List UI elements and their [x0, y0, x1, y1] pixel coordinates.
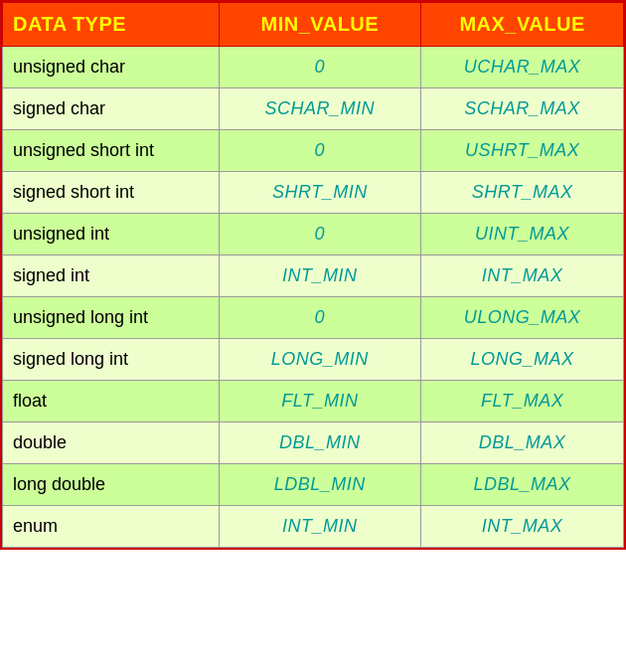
cell-min: DBL_MIN: [219, 422, 421, 464]
cell-max: INT_MAX: [421, 506, 624, 548]
table-row: floatFLT_MINFLT_MAX: [3, 381, 624, 422]
cell-type: unsigned char: [3, 47, 220, 88]
table-row: signed charSCHAR_MINSCHAR_MAX: [3, 88, 624, 130]
table-row: signed intINT_MININT_MAX: [3, 255, 624, 297]
cell-min: LONG_MIN: [219, 339, 421, 381]
cell-max: UCHAR_MAX: [421, 47, 624, 88]
table-row: long doubleLDBL_MINLDBL_MAX: [3, 464, 624, 506]
cell-type: signed short int: [3, 172, 220, 214]
table-row: enumINT_MININT_MAX: [3, 506, 624, 548]
cell-max: ULONG_MAX: [421, 297, 624, 339]
cell-min: SHRT_MIN: [219, 172, 421, 214]
cell-max: DBL_MAX: [421, 422, 624, 464]
cell-type: double: [3, 422, 220, 464]
cell-max: INT_MAX: [421, 255, 624, 297]
cell-min: INT_MIN: [219, 506, 421, 548]
cell-max: UINT_MAX: [421, 214, 624, 255]
col-header-min: MIN_VALUE: [219, 3, 421, 47]
cell-max: USHRT_MAX: [421, 130, 624, 172]
cell-min: LDBL_MIN: [219, 464, 421, 506]
cell-type: enum: [3, 506, 220, 548]
table-row: unsigned char0UCHAR_MAX: [3, 47, 624, 88]
table-row: signed long intLONG_MINLONG_MAX: [3, 339, 624, 381]
cell-max: SCHAR_MAX: [421, 88, 624, 130]
table-row: unsigned short int0USHRT_MAX: [3, 130, 624, 172]
cell-min: FLT_MIN: [219, 381, 421, 422]
cell-max: SHRT_MAX: [421, 172, 624, 214]
cell-min: SCHAR_MIN: [219, 88, 421, 130]
cell-type: long double: [3, 464, 220, 506]
cell-type: unsigned short int: [3, 130, 220, 172]
data-types-table: DATA TYPE MIN_VALUE MAX_VALUE unsigned c…: [0, 0, 626, 550]
cell-min: 0: [219, 130, 421, 172]
cell-type: float: [3, 381, 220, 422]
cell-min: 0: [219, 47, 421, 88]
cell-max: LONG_MAX: [421, 339, 624, 381]
cell-type: signed long int: [3, 339, 220, 381]
cell-type: unsigned long int: [3, 297, 220, 339]
col-header-max: MAX_VALUE: [421, 3, 624, 47]
cell-min: 0: [219, 297, 421, 339]
cell-min: INT_MIN: [219, 255, 421, 297]
cell-type: signed char: [3, 88, 220, 130]
cell-max: FLT_MAX: [421, 381, 624, 422]
cell-max: LDBL_MAX: [421, 464, 624, 506]
table-row: doubleDBL_MINDBL_MAX: [3, 422, 624, 464]
cell-type: signed int: [3, 255, 220, 297]
table-row: unsigned int0UINT_MAX: [3, 214, 624, 255]
table-row: signed short intSHRT_MINSHRT_MAX: [3, 172, 624, 214]
col-header-type: DATA TYPE: [3, 3, 220, 47]
cell-type: unsigned int: [3, 214, 220, 255]
cell-min: 0: [219, 214, 421, 255]
table-row: unsigned long int0ULONG_MAX: [3, 297, 624, 339]
